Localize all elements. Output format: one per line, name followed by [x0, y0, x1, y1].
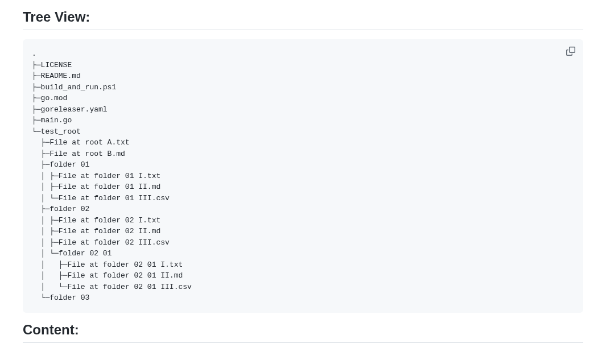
heading-content: Content: [23, 322, 583, 343]
heading-tree-view: Tree View: [23, 9, 583, 30]
copy-button[interactable] [563, 44, 579, 60]
code-block-tree: . ├─LICENSE ├─README.md ├─build_and_run.… [23, 39, 583, 313]
tree-output: . ├─LICENSE ├─README.md ├─build_and_run.… [32, 48, 574, 304]
copy-icon [566, 47, 575, 57]
